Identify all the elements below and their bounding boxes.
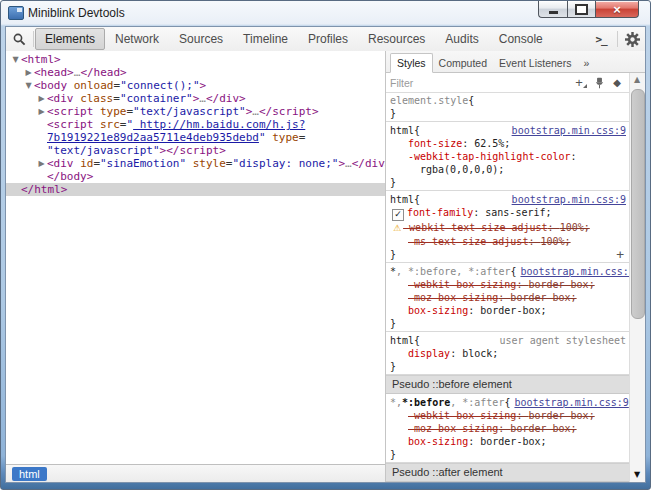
- close-icon: ×: [613, 3, 621, 16]
- stylesheet-link[interactable]: bootstrap.min.css:9: [510, 396, 628, 409]
- sidebar-tab-more[interactable]: »: [577, 54, 595, 72]
- dom-node-line[interactable]: <script src=" http://hm.baidu.com/h.js?: [6, 118, 385, 131]
- toolbar-tab-timeline[interactable]: Timeline: [233, 28, 298, 50]
- css-property-row[interactable]: box-sizing: border-box;: [390, 304, 626, 317]
- dom-node-line[interactable]: ▼<body onload="connect();">: [6, 79, 385, 92]
- sidebar-tab-styles[interactable]: Styles: [390, 53, 433, 73]
- rule-close-row: }: [390, 317, 626, 330]
- toolbar-tab-audits[interactable]: Audits: [435, 28, 488, 50]
- expand-arrow-icon[interactable]: ▶: [36, 92, 47, 105]
- rule-selector[interactable]: html: [390, 334, 414, 347]
- rule-selector[interactable]: html: [390, 124, 414, 137]
- css-property-row[interactable]: -ms-text-size-adjust: 100%;: [390, 235, 626, 248]
- toolbar-tab-console[interactable]: Console: [489, 28, 553, 50]
- expand-arrow-icon[interactable]: ▶: [23, 66, 34, 79]
- dom-node-line[interactable]: 7b1919221e89d2aa5711e4deb935debd" type=: [6, 131, 385, 144]
- dom-node-line[interactable]: ▶<head>…</head>: [6, 66, 385, 79]
- sidebar-tab-event-listeners[interactable]: Event Listeners: [493, 54, 577, 72]
- css-separator: :: [468, 436, 480, 447]
- expand-arrow-icon[interactable]: ▶: [36, 157, 47, 170]
- css-property-row[interactable]: display: block;: [390, 347, 626, 360]
- open-brace: {: [414, 193, 420, 206]
- expand-arrow-icon[interactable]: ▼: [10, 53, 21, 66]
- code-token: <div: [47, 92, 80, 105]
- css-property-row[interactable]: ✓font-family: sans-serif;: [390, 206, 626, 221]
- dom-node-line[interactable]: ▼<html>: [6, 53, 385, 66]
- gear-icon: [625, 32, 640, 47]
- stylesheet-link[interactable]: bootstrap.min.css:9: [508, 193, 626, 206]
- styles-filter-row: Filter + ◆: [386, 73, 630, 93]
- code-token: ></script>: [160, 144, 226, 157]
- property-value-wrap[interactable]: rgba(0,0,0,0);: [390, 163, 626, 176]
- resource-link[interactable]: http://hm.baidu.com/h.js?: [133, 118, 305, 131]
- styles-rule-list: element.style {}html {bootstrap.min.css:…: [386, 92, 630, 482]
- maximize-button[interactable]: [567, 1, 595, 18]
- dom-node-line[interactable]: "text/javascript"></script>: [6, 144, 385, 157]
- pin-button[interactable]: [590, 75, 608, 91]
- toolbar-tab-elements[interactable]: Elements: [35, 28, 105, 50]
- toolbar-tab-profiles[interactable]: Profiles: [298, 28, 358, 50]
- code-token: "connect();": [120, 79, 199, 92]
- code-token: "display: none;": [232, 157, 338, 170]
- close-button[interactable]: ×: [595, 1, 639, 18]
- toolbar-tab-network[interactable]: Network: [105, 28, 169, 50]
- css-value: border-box;: [528, 279, 594, 290]
- rule-selector[interactable]: *,: [390, 396, 402, 409]
- css-separator: :: [468, 305, 480, 316]
- search-icon: [12, 32, 26, 46]
- css-separator: :: [498, 292, 510, 303]
- css-property-name: -webkit-box-sizing: [408, 279, 516, 290]
- pushpin-icon: [593, 76, 606, 90]
- close-brace: }: [390, 317, 396, 330]
- code-token: =: [299, 131, 306, 144]
- element-state-button[interactable]: ◆: [608, 75, 626, 91]
- code-token: <div: [47, 157, 80, 170]
- css-property-row[interactable]: -moz-box-sizing: border-box;: [390, 291, 626, 304]
- minimize-button[interactable]: [538, 1, 567, 18]
- titlebar[interactable]: Miniblink Devtools ×: [1, 1, 650, 26]
- breadcrumb-item-html[interactable]: html: [12, 467, 47, 481]
- dom-node-line[interactable]: ▶<script type="text/javascript">…</scrip…: [6, 105, 385, 118]
- sidebar-tab-computed[interactable]: Computed: [433, 54, 493, 72]
- css-property-name: -webkit-tap-highlight-color: [408, 151, 571, 162]
- css-separator: :: [516, 410, 528, 421]
- minimize-icon: [549, 11, 558, 14]
- dom-node-line[interactable]: </body>: [6, 170, 385, 183]
- css-property-row[interactable]: box-sizing: border-box;: [390, 435, 626, 448]
- css-property-row[interactable]: font-size: 62.5%;: [390, 137, 626, 150]
- rule-selector[interactable]: element.style: [390, 94, 468, 107]
- styles-scrollbar[interactable]: ▲ ▼: [629, 73, 645, 482]
- scroll-down-icon[interactable]: ▼: [630, 468, 644, 481]
- css-property-row[interactable]: -webkit-box-sizing: border-box;: [390, 278, 626, 291]
- expand-arrow-icon[interactable]: ▼: [23, 79, 34, 92]
- toolbar-tab-resources[interactable]: Resources: [358, 28, 435, 50]
- add-property-button[interactable]: +: [616, 250, 626, 260]
- styles-filter-input[interactable]: Filter: [390, 77, 572, 89]
- css-property-row[interactable]: -moz-box-sizing: border-box;: [390, 422, 626, 435]
- dom-node-line[interactable]: ▶<div id="sinaEmotion" style="display: n…: [6, 157, 385, 170]
- stylesheet-link[interactable]: bootstrap.min.css:9: [516, 265, 630, 278]
- style-rule-section: element.style {}: [386, 92, 630, 122]
- property-checkbox[interactable]: ✓: [392, 209, 404, 221]
- expand-arrow-icon[interactable]: ▶: [36, 105, 47, 118]
- rule-selector[interactable]: html: [390, 193, 414, 206]
- dom-node-line[interactable]: ▶<div class="container">…</div>: [6, 92, 385, 105]
- settings-button[interactable]: [619, 28, 645, 50]
- resource-link[interactable]: 7b1919221e89d2aa5711e4deb935debd: [47, 131, 259, 144]
- css-property-row[interactable]: -webkit-tap-highlight-color:: [390, 150, 626, 163]
- css-property-row[interactable]: -webkit-box-sizing: border-box;: [390, 409, 626, 422]
- css-property-name: -webkit-text-size-adjust: [403, 222, 548, 233]
- scrollbar-thumb[interactable]: [631, 89, 645, 319]
- css-value: 100%;: [540, 236, 570, 247]
- console-drawer-button[interactable]: >_: [586, 28, 616, 50]
- dom-node-line[interactable]: </html>: [6, 183, 385, 196]
- scroll-up-icon[interactable]: ▲: [630, 73, 644, 86]
- rule-selector[interactable]: , *:before, *:after: [396, 265, 510, 278]
- stylesheet-link[interactable]: bootstrap.min.css:9: [508, 124, 626, 137]
- new-style-rule-button[interactable]: +: [572, 75, 590, 91]
- rule-selector[interactable]: *:before: [402, 396, 450, 409]
- toolbar-tab-sources[interactable]: Sources: [169, 28, 233, 50]
- css-property-row[interactable]: ⚠-webkit-text-size-adjust: 100%;: [390, 221, 626, 235]
- rule-selector[interactable]: , *:after: [450, 396, 504, 409]
- inspect-search-button[interactable]: [6, 28, 32, 50]
